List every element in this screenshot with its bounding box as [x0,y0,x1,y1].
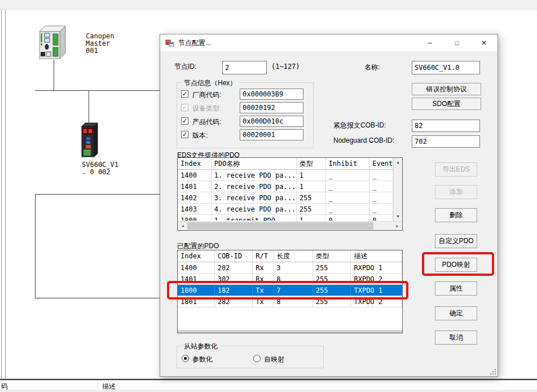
maximize-button[interactable]: □ [443,34,470,51]
cfg-table-bottom-strip [178,330,402,333]
dialog-title: 节点配置... [178,38,211,48]
self-mapping-radio[interactable] [253,355,261,362]
custom-pdo-button[interactable]: 自定义PDO [435,234,477,248]
eds-row-1400[interactable]: 1400 1. receive PDO pa... 1 _ _ [178,170,393,181]
cfg-header-length[interactable]: 长度 [274,250,313,262]
parameterize-radio[interactable] [182,355,189,362]
error-control-protocol-button[interactable]: 错误控制协议 [412,83,481,95]
hscroll-thumb[interactable] [187,222,373,230]
ok-button[interactable]: 确定 [435,306,477,320]
eds-vertical-scrollbar[interactable]: ▲ ▼ [393,158,402,221]
device-type-label: 设备类型: [192,104,221,113]
product-code-label: 产品代码: [192,117,221,127]
version-label: 版本: [192,131,208,140]
configured-table-header: Index COB-ID R/T 长度 类型 描述 [178,250,402,262]
vendor-code-checkbox[interactable]: ✓ [181,90,188,98]
sdo-config-button[interactable]: SDO配置 [412,98,481,110]
scroll-right-icon[interactable]: ► [393,222,402,230]
node-config-dialog: 节点配置... – □ ✕ 节点ID: 2 (1~127) 名称: SV660C… [160,34,498,377]
export-eds-button: 导出EDS [435,162,477,177]
node-id-input[interactable]: 2 [222,61,267,74]
cfg-row-1401[interactable]: 1401 302 Rx 8 255 RXPDO 2 [178,274,402,285]
winform-app-icon [165,38,174,47]
pdo-mapping-button[interactable]: PDO映射 [435,258,477,272]
eds-row-1402[interactable]: 1402 3. receive PDO pa... 255 _ _ [178,192,393,204]
cfg-row-1800-selected[interactable]: 1800 182 Tx 7 255 TXPDO 1 [178,285,402,296]
scroll-down-icon[interactable]: ▼ [394,213,402,221]
scroll-left-icon[interactable]: ◄ [178,222,187,230]
product-code-checkbox[interactable]: ✓ [181,117,188,125]
product-code-field[interactable]: 0x000D010c [240,116,303,127]
resize-grip[interactable] [490,369,496,375]
master-label: Canopen Master 001 [86,33,115,55]
slave-param-legend: 从站参数化 [182,342,220,351]
eds-row-1403[interactable]: 1403 4. receive PDO pa... 255 _ _ [178,204,393,215]
eds-horizontal-scrollbar[interactable]: ◄ ► [178,221,402,230]
bottom-strip [0,390,537,392]
self-mapping-label: 自映射 [264,355,284,364]
delete-button[interactable]: 删除 [435,208,477,222]
canopen-master-icon[interactable] [37,24,67,60]
add-button: 添加 [435,185,477,199]
slave-param-group: 从站参数化 参数化 自映射 [177,346,324,368]
servo-label: SV660C_V1 . 0 002 [82,161,118,176]
cfg-header-cobid[interactable]: COB-ID [215,250,253,262]
bottom-col-separator [98,381,98,390]
emergency-cobid-input[interactable]: 82 [412,120,480,132]
eds-header-index[interactable]: Index [178,158,212,169]
cfg-row-1400[interactable]: 1400 202 Rx 3 255 RXPDO 1 [178,262,402,274]
node-id-label: 节点ID: [174,62,196,72]
eds-row-1800-partial[interactable]: 1800 1. transmit PDO... 1 0 0 [178,215,393,221]
cancel-button[interactable]: 取消 [435,331,477,345]
nodeguard-cobid-input[interactable]: 702 [412,135,480,148]
close-button[interactable]: ✕ [470,34,498,51]
bus-drop-line-master [54,60,54,90]
emergency-cobid-label: 紧急报文COB-ID: [333,121,386,130]
configured-pdo-table: Index COB-ID R/T 长度 类型 描述 1400 202 Rx 3 … [177,250,403,333]
device-type-checkbox: ✓ [181,104,188,111]
properties-button[interactable]: 属性 [435,281,477,296]
vendor-code-field[interactable]: 0x000003B9 [240,89,303,100]
node-info-group: 节点信息（Hex） ✓ 厂商代码: 0x000003B9 ✓ 设备类型: 000… [177,82,314,148]
scroll-up-icon[interactable]: ▲ [394,158,402,166]
eds-header-name[interactable]: PDO名称 [212,158,297,169]
eds-pdo-table: Index PDO名称 类型 Inhibit Event 1400 1. rec… [177,157,403,231]
name-label: 名称: [364,63,380,72]
node-info-legend: 节点信息（Hex） [182,78,239,88]
eds-header-inhibit[interactable]: Inhibit [326,158,370,169]
vendor-code-label: 厂商代码: [192,90,221,100]
bus-drop-line-slave [89,90,89,122]
name-input[interactable]: SV660C_V1.0 [412,61,480,74]
version-field[interactable]: 00020001 [240,129,303,140]
eds-table-header: Index PDO名称 类型 Inhibit Event [178,158,393,170]
node-id-range: (1~127) [271,63,300,71]
device-type-field[interactable]: 00020192 [240,102,303,113]
cfg-header-desc[interactable]: 描述 [351,250,402,262]
eds-row-1401[interactable]: 1401 2. receive PDO pa... 1 _ _ [178,181,393,192]
minimize-button[interactable]: – [416,34,443,51]
eds-header-type[interactable]: 类型 [297,158,326,169]
cfg-row-1801[interactable]: 1801 282 Tx 8 255 TXPDO 2 [178,296,402,307]
sv660c-servo-icon[interactable] [80,121,99,159]
eds-header-event[interactable]: Event [369,158,393,169]
cfg-header-type[interactable]: 类型 [313,250,351,262]
parameterize-label: 参数化 [192,355,213,364]
nodeguard-cobid-label: Nodeguard COB-ID: [333,136,394,144]
version-checkbox[interactable]: ✓ [181,131,188,138]
cfg-header-index[interactable]: Index [178,250,215,262]
cfg-header-rt[interactable]: R/T [253,250,274,262]
dialog-titlebar[interactable]: 节点配置... – □ ✕ [160,34,498,51]
desktop: Canopen Master 001 SV660C_V1 . 0 002 码 描… [0,0,537,392]
